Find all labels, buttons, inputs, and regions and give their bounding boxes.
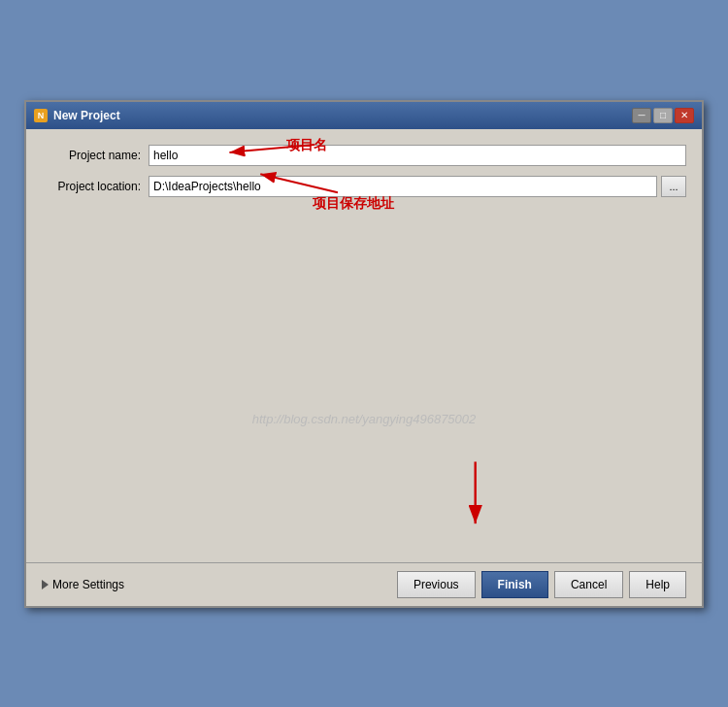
finish-button[interactable]: Finish <box>481 571 548 598</box>
close-button[interactable]: ✕ <box>675 108 694 123</box>
previous-button[interactable]: Previous <box>397 571 476 598</box>
more-settings-toggle[interactable]: More Settings <box>42 578 124 591</box>
browse-button[interactable]: ... <box>661 176 686 197</box>
app-icon: N <box>34 109 48 122</box>
project-name-label: Project name: <box>42 149 149 162</box>
title-bar: N New Project ─ □ ✕ <box>26 102 702 129</box>
bottom-section: More Settings Previous Finish Cancel Hel… <box>26 562 702 606</box>
help-button[interactable]: Help <box>629 571 686 598</box>
project-name-row: Project name: <box>42 145 686 166</box>
project-name-input[interactable] <box>149 145 686 166</box>
buttons-row: Previous Finish Cancel Help <box>397 571 686 598</box>
watermark-text: http://blog.csdn.net/yangying496875002 <box>252 412 477 426</box>
title-controls: ─ □ ✕ <box>632 108 694 123</box>
dialog-spacer <box>42 207 686 547</box>
maximize-button[interactable]: □ <box>653 108 673 123</box>
project-location-row: Project location: ... <box>42 176 686 197</box>
expand-icon <box>42 580 49 589</box>
cancel-button[interactable]: Cancel <box>554 571 623 598</box>
project-location-label: Project location: <box>42 180 149 193</box>
more-settings-label: More Settings <box>52 578 124 591</box>
window-title: New Project <box>53 109 120 122</box>
title-bar-left: N New Project <box>34 109 120 122</box>
new-project-dialog: N New Project ─ □ ✕ Project name: Projec… <box>24 100 704 608</box>
project-location-input[interactable] <box>149 176 657 197</box>
minimize-button[interactable]: ─ <box>632 108 651 123</box>
dialog-body: Project name: Project location: ... <box>26 129 702 562</box>
